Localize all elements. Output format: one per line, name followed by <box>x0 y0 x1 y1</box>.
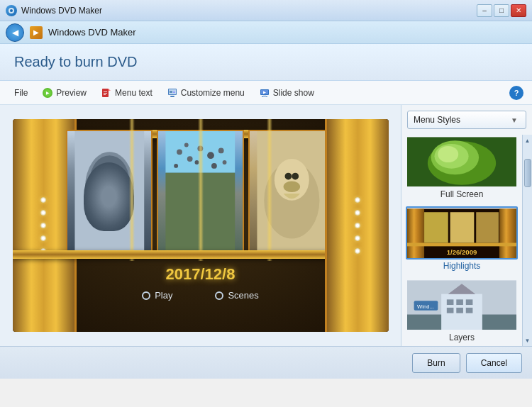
svg-rect-5 <box>104 93 107 94</box>
svg-text:Wind...: Wind... <box>417 303 434 310</box>
svg-marker-3 <box>109 89 111 91</box>
svg-point-32 <box>195 160 199 165</box>
style-label-highlights: Highlights <box>406 260 518 272</box>
svg-rect-60 <box>456 299 463 305</box>
preview-area: 2017/12/8 Play Scenes <box>0 105 401 346</box>
menu-text-button[interactable]: Menu text <box>95 84 158 101</box>
bottom-bar: Burn Cancel <box>0 346 532 379</box>
style-item-layers[interactable]: Wind... Layers <box>406 278 518 344</box>
dvd-controls: Play Scenes <box>13 290 389 301</box>
scrollbar-thumb[interactable] <box>524 159 531 187</box>
preview-icon <box>42 87 53 99</box>
svg-rect-53 <box>407 243 516 247</box>
svg-rect-6 <box>104 94 106 95</box>
dvd-preview: 2017/12/8 Play Scenes <box>13 119 389 332</box>
style-label-layers: Layers <box>406 331 518 344</box>
dot-3 <box>40 223 46 228</box>
close-button[interactable]: ✕ <box>511 4 526 17</box>
svg-rect-16 <box>263 96 266 96</box>
file-label: File <box>14 88 28 98</box>
style-thumb-highlights: 1/26/2009 <box>406 206 518 260</box>
svg-rect-49 <box>499 208 516 260</box>
svg-rect-4 <box>104 91 107 92</box>
slide-show-label: Slide show <box>273 88 314 98</box>
svg-point-39 <box>284 173 292 180</box>
svg-point-20 <box>85 152 133 221</box>
dvd-date: 2017/12/8 <box>13 265 389 284</box>
svg-rect-64 <box>466 308 473 313</box>
svg-marker-18 <box>266 96 267 97</box>
svg-point-26 <box>177 149 182 155</box>
dot-r5 <box>355 248 360 254</box>
svg-point-31 <box>174 164 178 168</box>
burn-button[interactable]: Burn <box>412 353 460 373</box>
nav-bar: ◀ ▶ Windows DVD Maker <box>0 21 532 44</box>
slide-show-icon <box>259 87 270 99</box>
svg-rect-9 <box>170 96 174 97</box>
play-label: Play <box>155 290 172 301</box>
dropdown-label: Menu Styles <box>414 115 509 125</box>
svg-rect-12 <box>173 92 175 93</box>
svg-point-27 <box>187 156 193 162</box>
dot-r2 <box>355 210 360 216</box>
svg-rect-10 <box>170 91 172 93</box>
svg-rect-59 <box>447 299 454 305</box>
scrollbar[interactable]: ▲ ▼ <box>522 135 532 346</box>
svg-rect-52 <box>476 212 499 242</box>
scroll-down-arrow[interactable]: ▼ <box>523 336 532 345</box>
svg-rect-48 <box>407 208 424 260</box>
scenes-label: Scenes <box>228 290 258 301</box>
play-control[interactable]: Play <box>142 290 172 301</box>
ready-banner: Ready to burn DVD <box>0 44 532 81</box>
dvd-maker-icon: ▶ <box>30 26 43 39</box>
svg-point-23 <box>111 169 118 177</box>
photo-birds <box>157 130 244 257</box>
main-content: 2017/12/8 Play Scenes Menu Styles ▼ <box>0 105 532 346</box>
svg-point-1 <box>10 9 13 12</box>
menu-text-label: Menu text <box>115 88 153 98</box>
back-button[interactable]: ◀ <box>6 23 24 42</box>
play-radio[interactable] <box>142 291 150 300</box>
menu-text-icon <box>101 87 112 99</box>
customize-menu-button[interactable]: Customize menu <box>161 84 250 101</box>
preview-label: Preview <box>56 88 87 98</box>
svg-text:1/26/2009: 1/26/2009 <box>447 248 477 256</box>
customize-menu-label: Customize menu <box>181 88 245 98</box>
svg-rect-51 <box>450 212 475 242</box>
right-panel: Menu Styles ▼ Ful <box>401 105 532 346</box>
preview-button[interactable]: Preview <box>36 84 92 101</box>
svg-point-41 <box>283 181 299 192</box>
page-title: Ready to burn DVD <box>14 54 518 70</box>
minimize-button[interactable]: – <box>477 4 492 17</box>
style-item-full-screen[interactable]: Full Screen <box>406 135 518 201</box>
svg-point-30 <box>218 147 224 153</box>
menu-styles-dropdown[interactable]: Menu Styles ▼ <box>407 111 526 129</box>
title-bar: Windows DVD Maker – □ ✕ <box>0 0 532 21</box>
svg-rect-25 <box>166 173 235 256</box>
svg-rect-62 <box>447 308 454 313</box>
dot-1 <box>40 197 46 203</box>
file-menu[interactable]: File <box>9 85 33 101</box>
dot-r3 <box>355 223 360 228</box>
dot-2 <box>40 210 46 216</box>
photo-bird2 <box>248 130 336 257</box>
dot-r1 <box>355 197 360 203</box>
maximize-button[interactable]: □ <box>494 4 509 17</box>
style-item-highlights[interactable]: 1/26/2009 Highlights <box>406 206 518 272</box>
svg-point-22 <box>100 169 107 177</box>
svg-point-28 <box>198 146 204 152</box>
scenes-radio[interactable] <box>215 291 223 300</box>
slide-show-button[interactable]: Slide show <box>253 84 320 101</box>
scroll-up-arrow[interactable]: ▲ <box>523 136 532 145</box>
dot-4 <box>40 235 46 241</box>
svg-point-29 <box>207 152 214 159</box>
style-thumb-full-screen <box>406 135 518 188</box>
title-bar-left: Windows DVD Maker <box>6 5 102 16</box>
svg-point-40 <box>292 173 299 180</box>
customize-menu-icon <box>167 87 178 99</box>
app-icon <box>6 5 17 16</box>
help-button[interactable]: ? <box>509 86 523 100</box>
app-title: Windows DVD Maker <box>48 27 136 38</box>
scenes-control[interactable]: Scenes <box>215 290 258 301</box>
cancel-button[interactable]: Cancel <box>466 353 522 373</box>
